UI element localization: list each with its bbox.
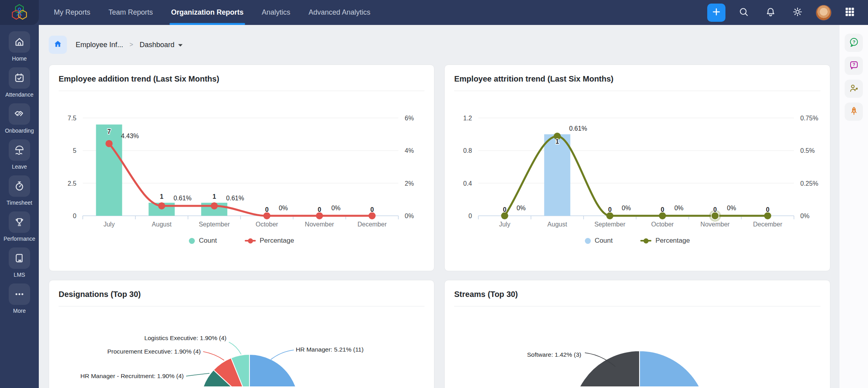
- legend-label: Count: [595, 237, 613, 245]
- svg-text:0: 0: [318, 206, 321, 213]
- percentage-swatch: [245, 240, 256, 242]
- svg-text:0: 0: [503, 206, 506, 213]
- card-title: Streams (Top 30): [454, 290, 820, 299]
- svg-text:1.2: 1.2: [463, 115, 472, 122]
- svg-text:0%: 0%: [800, 213, 809, 219]
- apps-launcher-button[interactable]: [841, 4, 858, 21]
- divider: [59, 91, 424, 91]
- svg-text:0: 0: [608, 206, 612, 213]
- main-content: Employee Inf... > Dashboard Employee add…: [39, 25, 839, 388]
- svg-text:November: November: [700, 221, 730, 228]
- svg-text:0: 0: [468, 213, 472, 219]
- tab-team-reports[interactable]: Team Reports: [108, 0, 153, 25]
- sidebar-item-lms[interactable]: LMS: [9, 247, 30, 278]
- addition-trend-chart[interactable]: 7.56%54%2.52%00%JulyAugustSeptemberOctob…: [59, 92, 425, 235]
- svg-text:October: October: [651, 221, 674, 228]
- user-avatar[interactable]: [816, 5, 832, 21]
- dashboard-grid: Employee addition trend (Last Six Months…: [49, 65, 830, 388]
- svg-text:4%: 4%: [405, 147, 414, 154]
- search-button[interactable]: [735, 4, 752, 21]
- svg-text:1: 1: [556, 138, 559, 145]
- handshake-icon: [9, 103, 30, 125]
- svg-text:1: 1: [213, 193, 216, 200]
- top-navigation: My Reports Team Reports Organization Rep…: [0, 0, 868, 25]
- card-title: Employee addition trend (Last Six Months…: [59, 74, 424, 84]
- help-button[interactable]: ?: [845, 34, 863, 52]
- legend-item-percentage[interactable]: Percentage: [245, 237, 294, 245]
- svg-text:July: July: [103, 221, 114, 228]
- sidebar-item-home[interactable]: Home: [9, 31, 30, 62]
- svg-text:0: 0: [265, 206, 268, 213]
- product-logo[interactable]: [0, 0, 39, 25]
- share-user-icon: [849, 83, 859, 95]
- svg-text:HR Manager - Recruitment: 1.90: HR Manager - Recruitment: 1.90% (4): [80, 373, 184, 379]
- sidebar-label: Onboarding: [5, 127, 34, 134]
- tab-advanced-analytics[interactable]: Advanced Analytics: [308, 0, 370, 25]
- svg-text:0.61%: 0.61%: [173, 195, 191, 202]
- sidebar-item-attendance[interactable]: Attendance: [6, 67, 34, 98]
- home-icon: [53, 40, 62, 50]
- card-streams: Streams (Top 30) Software: 1.42% (3): [444, 280, 830, 388]
- stopwatch-icon: [9, 175, 30, 197]
- svg-text:7.5: 7.5: [68, 115, 76, 122]
- svg-text:0.25%: 0.25%: [800, 180, 818, 187]
- sidebar-label: Performance: [4, 236, 35, 242]
- svg-text:0.61%: 0.61%: [569, 125, 587, 132]
- card-designations: Designations (Top 30) Logistics Executiv…: [49, 280, 434, 388]
- divider: [59, 306, 424, 306]
- sidebar-item-more[interactable]: More: [9, 283, 30, 314]
- legend-label: Percentage: [260, 237, 294, 245]
- help-chat-icon: ?: [849, 37, 859, 49]
- add-button[interactable]: [707, 4, 725, 22]
- svg-text:November: November: [305, 221, 334, 228]
- sidebar-item-leave[interactable]: Leave: [9, 139, 30, 170]
- sidebar-item-timesheet[interactable]: Timesheet: [7, 175, 32, 206]
- sidebar-label: LMS: [14, 272, 25, 278]
- svg-text:2.5: 2.5: [68, 180, 76, 187]
- tab-analytics[interactable]: Analytics: [262, 0, 290, 25]
- svg-text:0%: 0%: [674, 205, 683, 211]
- share-feedback-button[interactable]: [845, 80, 863, 98]
- designations-pie-chart[interactable]: Logistics Executive: 1.90% (4)Procuremen…: [59, 307, 425, 386]
- svg-text:0%: 0%: [405, 213, 414, 219]
- active-tab-underline: [169, 23, 245, 25]
- svg-text:September: September: [594, 221, 626, 228]
- notifications-button[interactable]: [762, 4, 779, 21]
- percentage-swatch: [640, 240, 651, 242]
- svg-text:0: 0: [766, 206, 769, 213]
- sidebar-item-performance[interactable]: Performance: [4, 211, 35, 242]
- card-employee-attrition-trend: Employee attrition trend (Last Six Month…: [444, 65, 830, 271]
- tab-label: Organization Reports: [171, 8, 244, 17]
- whats-new-button[interactable]: [845, 103, 863, 121]
- svg-text:?: ?: [853, 62, 855, 67]
- breadcrumb-page-selector[interactable]: Dashboard: [139, 41, 183, 49]
- legend-item-percentage[interactable]: Percentage: [640, 237, 690, 245]
- tab-organization-reports[interactable]: Organization Reports: [171, 0, 244, 25]
- sidebar-item-onboarding[interactable]: Onboarding: [5, 103, 34, 134]
- tab-label: Analytics: [262, 8, 290, 17]
- gear-icon: [792, 6, 803, 19]
- streams-pie-chart[interactable]: Software: 1.42% (3): [454, 307, 821, 386]
- settings-button[interactable]: [789, 4, 806, 21]
- breadcrumb-section[interactable]: Employee Inf...: [76, 41, 123, 49]
- svg-text:0: 0: [661, 206, 664, 213]
- legend-label: Count: [199, 237, 217, 245]
- svg-text:?: ?: [852, 39, 855, 45]
- svg-text:August: August: [152, 221, 171, 228]
- svg-text:4.43%: 4.43%: [121, 133, 139, 139]
- tab-label: Advanced Analytics: [308, 8, 370, 17]
- svg-text:December: December: [358, 221, 387, 228]
- attrition-trend-chart[interactable]: 1.20.75%0.80.5%0.40.25%00%JulyAugustSept…: [454, 92, 821, 235]
- card-title: Designations (Top 30): [59, 290, 424, 299]
- breadcrumb-home-button[interactable]: [49, 36, 67, 54]
- legend-item-count[interactable]: Count: [189, 237, 217, 245]
- chart-legend: Count Percentage: [454, 237, 820, 245]
- faq-button[interactable]: ?: [845, 57, 863, 75]
- tab-my-reports[interactable]: My Reports: [54, 0, 90, 25]
- chevron-right-icon: >: [129, 41, 133, 48]
- search-icon: [738, 6, 749, 19]
- legend-item-count[interactable]: Count: [585, 237, 613, 245]
- svg-text:0.5%: 0.5%: [800, 147, 815, 154]
- svg-text:Procurement Executive: 1.90% (: Procurement Executive: 1.90% (4): [107, 348, 201, 355]
- svg-text:1: 1: [160, 193, 164, 200]
